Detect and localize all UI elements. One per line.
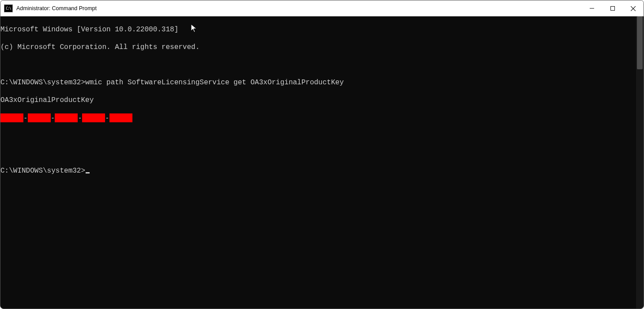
window-title: Administrator: Command Prompt (16, 5, 97, 11)
maximize-button[interactable] (602, 0, 623, 16)
maximize-icon (610, 6, 615, 11)
redacted-key-segment (109, 113, 132, 122)
banner-line: Microsoft Windows [Version 10.0.22000.31… (0, 25, 636, 34)
vertical-scrollbar[interactable] (636, 16, 644, 309)
cmd-app-icon: C:\ (4, 4, 13, 12)
key-dash: - (78, 113, 82, 122)
close-button[interactable] (623, 0, 644, 16)
prompt-line: C:\WINDOWS\system32> (0, 166, 636, 175)
svg-rect-1 (610, 7, 614, 11)
key-dash: - (105, 113, 109, 122)
text-cursor (86, 172, 90, 173)
client-area: Microsoft Windows [Version 10.0.22000.31… (0, 16, 644, 309)
blank-line (0, 60, 636, 69)
close-icon (631, 6, 636, 11)
prompt-path: C:\WINDOWS\system32> (0, 167, 85, 175)
minimize-button[interactable] (581, 0, 602, 16)
typed-command: wmic path SoftwareLicensingService get O… (85, 79, 344, 87)
redacted-key-segment (0, 113, 23, 122)
banner-line: (c) Microsoft Corporation. All rights re… (0, 43, 636, 52)
terminal-output[interactable]: Microsoft Windows [Version 10.0.22000.31… (0, 16, 636, 309)
command-prompt-window: C:\ Administrator: Command Prompt Micros… (0, 0, 644, 309)
titlebar[interactable]: C:\ Administrator: Command Prompt (0, 0, 644, 16)
redacted-key-segment (82, 113, 105, 122)
product-key-line: ---- (0, 113, 636, 122)
command-line: C:\WINDOWS\system32>wmic path SoftwareLi… (0, 78, 636, 87)
minimize-icon (590, 6, 594, 11)
output-header-line: OA3xOriginalProductKey (0, 96, 636, 105)
key-dash: - (51, 113, 55, 122)
blank-line (0, 131, 636, 140)
redacted-key-segment (55, 113, 78, 122)
scrollbar-thumb[interactable] (637, 16, 643, 69)
prompt-path: C:\WINDOWS\system32> (0, 79, 85, 87)
redacted-key-segment (28, 113, 51, 122)
key-dash: - (23, 113, 28, 122)
blank-line (0, 149, 636, 158)
